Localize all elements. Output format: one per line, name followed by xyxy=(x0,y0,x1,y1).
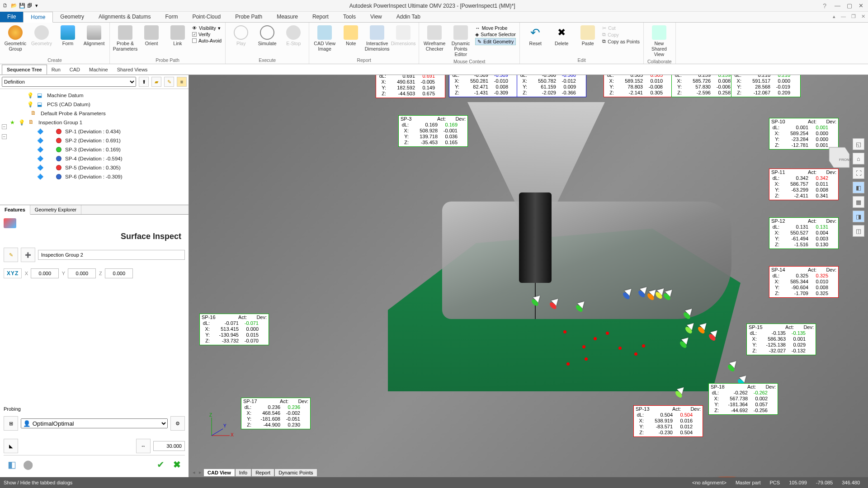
tree-node[interactable]: ★💡 🗎Inspection Group 1 xyxy=(1,118,188,127)
view-tab-cad[interactable]: CAD View xyxy=(203,469,235,476)
tree-leaf[interactable]: 🔷SP-1 (Deviation : 0.434) xyxy=(1,127,188,136)
view-tab-prev[interactable]: ◂ xyxy=(191,469,197,476)
distance-input[interactable] xyxy=(153,441,185,451)
edit-group-button[interactable]: ✎ xyxy=(4,248,18,262)
cad-view-image-button[interactable]: CAD View Image xyxy=(313,24,336,52)
tab-sequence-tree[interactable]: Sequence Tree xyxy=(2,65,47,75)
tree-leaf[interactable]: 🔷SP-5 (Deviation : 0.305) xyxy=(1,163,188,172)
tab-alignments[interactable]: Alignments & Datums xyxy=(91,12,158,22)
toggle-panel-button[interactable]: ◧ xyxy=(5,458,18,471)
tree-leaf[interactable]: 🔷SP-4 (Deviation : -0.594) xyxy=(1,154,188,163)
new-icon[interactable]: 🗋 xyxy=(3,3,9,9)
paste-button[interactable]: Paste xyxy=(576,24,599,47)
alignment-button[interactable]: Alignment xyxy=(82,24,106,47)
save-icon[interactable]: 💾 xyxy=(19,3,25,9)
z-input[interactable] xyxy=(105,268,133,278)
tab-machine[interactable]: Machine xyxy=(85,65,113,74)
group-name-input[interactable] xyxy=(38,250,185,260)
list-button[interactable]: ≡ xyxy=(177,77,187,87)
view-home-button[interactable]: ⌂ xyxy=(853,153,864,164)
callout-sp-16[interactable]: SP-16Act:Dev:dL:-0.071-0.071X:513.4150.0… xyxy=(199,314,269,345)
probe-params-button[interactable]: Probe & Parameters xyxy=(113,24,137,52)
delete-button[interactable]: ✖Delete xyxy=(550,24,573,47)
tab-run[interactable]: Run xyxy=(47,65,65,74)
verify-checkbox[interactable]: ✓Verify xyxy=(192,32,222,37)
view-tab-next[interactable]: ▸ xyxy=(197,469,203,476)
tab-geometry-explorer[interactable]: Geometry Explorer xyxy=(30,205,81,214)
tree-leaf[interactable]: 🔷SP-2 (Deviation : 0.691) xyxy=(1,136,188,145)
callout-sp-3[interactable]: SP-3Act:Dev:dL:0.1690.169X:508.928-0.001… xyxy=(398,115,468,147)
probing-settings-button[interactable]: ⚙ xyxy=(170,416,185,431)
callout-sp-5[interactable]: SP-5Act:Dev:dL:0.3050.305X:589.1520.010Y… xyxy=(604,75,673,97)
probing-icon-button[interactable]: ⊞ xyxy=(4,416,18,431)
view-shaded-button[interactable]: ◧ xyxy=(853,182,864,193)
callout-sp-7[interactable]: SP-7Act:Dev:dL:-0.366-0.366X:550.782-0.0… xyxy=(517,75,586,97)
ribbon-minimize-icon[interactable]: ▴ xyxy=(830,12,838,22)
callout-sp-12[interactable]: SP-12Act:Dev:dL:0.1310.131X:550.5270.004… xyxy=(769,217,839,249)
view-transparent-button[interactable]: ◨ xyxy=(853,211,864,222)
edit-button[interactable]: ✎ xyxy=(164,77,174,87)
orient-button[interactable]: Orient xyxy=(140,24,163,47)
tab-addin[interactable]: Addin Tab xyxy=(389,12,428,22)
callout-sp-9[interactable]: SP-9Act:Dev:dL:0.2100.210X:591.5170.000Y… xyxy=(731,75,801,97)
y-input[interactable] xyxy=(68,268,96,278)
file-tab[interactable]: File xyxy=(0,12,23,22)
cad-viewport[interactable]: SP-2Act:Dev:dL:0.6910.691X:490.631-0.005… xyxy=(189,75,868,477)
callout-sp-8[interactable]: SP-8Act:Dev:dL:0.2590.259X:585.7260.008Y… xyxy=(671,75,741,97)
xyz-button[interactable]: XYZ xyxy=(4,268,22,278)
confirm-button[interactable]: ✔ xyxy=(154,458,167,471)
help-icon[interactable]: ? xyxy=(823,2,835,9)
view-cube[interactable]: FRONT xyxy=(820,143,852,174)
view-section-button[interactable]: ◫ xyxy=(853,225,864,237)
callout-sp-15[interactable]: SP-15Act:Dev:dL:-0.135-0.135X:586.3630.0… xyxy=(746,324,816,355)
view-wire-button[interactable]: ▦ xyxy=(853,196,864,208)
view-tab-dynamic-points[interactable]: Dynamic Points xyxy=(274,469,317,476)
copy-as-points-button[interactable]: ⧉ Copy as Points xyxy=(602,38,640,44)
tab-probe-path[interactable]: Probe Path xyxy=(228,12,269,22)
auto-avoid-checkbox[interactable]: Auto-Avoid xyxy=(192,38,222,43)
minimize-button[interactable]: — xyxy=(835,2,840,9)
callout-sp-18[interactable]: SP-18Act:Dev:dL:-0.262-0.262X:567.7380.0… xyxy=(708,383,778,415)
callout-sp-6[interactable]: SP-6Act:Dev:dL:-0.309-0.309X:550.281-0.0… xyxy=(449,75,519,97)
tab-form[interactable]: Form xyxy=(158,12,185,22)
tab-report[interactable]: Report xyxy=(305,12,336,22)
simulate-button[interactable]: Simulate xyxy=(255,24,279,47)
callout-sp-2[interactable]: SP-2Act:Dev:dL:0.6910.691X:490.631-0.005… xyxy=(376,75,445,98)
tab-home[interactable]: Home xyxy=(23,12,53,23)
visibility-toggle[interactable]: 👁 Visibility ▾ xyxy=(192,25,222,31)
callout-sp-14[interactable]: SP-14Act:Dev:dL:0.3250.325X:585.3440.010… xyxy=(769,266,839,298)
angle-button[interactable]: ◣ xyxy=(4,439,18,453)
tab-measure[interactable]: Measure xyxy=(269,12,305,22)
callout-sp-13[interactable]: SP-13Act:Dev:dL:0.5040.504X:538.9190.016… xyxy=(633,405,703,437)
open-icon[interactable]: 📂 xyxy=(11,3,17,9)
reset-button[interactable]: ↶Reset xyxy=(524,24,547,47)
sequence-tree[interactable]: − − 💡 ⬓Machine Datum 💡 ⬓PCS (CAD Datum) … xyxy=(0,89,189,205)
new-shared-view-button[interactable]: New Shared View xyxy=(647,24,671,58)
view-tab-report[interactable]: Report xyxy=(251,469,274,476)
add-group-button[interactable]: ➕ xyxy=(21,248,35,262)
geometric-group-button[interactable]: Geometric Group xyxy=(4,24,27,52)
move-probe-button[interactable]: ↔ Move Probe xyxy=(475,25,516,31)
highlight-button[interactable]: ▰ xyxy=(151,77,161,87)
view-tab-info[interactable]: Info xyxy=(235,469,251,476)
edit-geometry-button[interactable]: ✎ Edit Geometry xyxy=(475,38,516,45)
view-fit-button[interactable]: ⛶ xyxy=(853,167,864,179)
child-restore-button[interactable]: ❐ xyxy=(849,12,859,22)
callout-sp-17[interactable]: SP-17Act:Dev:dL:0.2360.236X:468.546-0.00… xyxy=(241,398,311,429)
tab-cad[interactable]: CAD xyxy=(65,65,85,74)
close-button[interactable]: ✕ xyxy=(859,2,863,9)
tree-node[interactable]: 💡 ⬓PCS (CAD Datum) xyxy=(1,100,188,109)
move-up-button[interactable]: ⬆ xyxy=(139,77,149,87)
form-button[interactable]: Form xyxy=(56,24,80,47)
dropdown-icon[interactable]: ▾ xyxy=(35,3,42,9)
tree-leaf[interactable]: 🔷SP-6 (Deviation : -0.309) xyxy=(1,172,188,181)
record-button[interactable]: ⬤ xyxy=(22,458,34,471)
tab-features[interactable]: Features xyxy=(0,205,30,215)
tab-pointcloud[interactable]: Point-Cloud xyxy=(185,12,228,22)
tab-view[interactable]: View xyxy=(363,12,389,22)
child-minimize-button[interactable]: — xyxy=(838,12,849,22)
view-iso-button[interactable]: ◱ xyxy=(853,138,864,150)
cancel-button[interactable]: ✖ xyxy=(170,458,183,471)
save-all-icon[interactable]: 🗐 xyxy=(27,3,33,9)
tree-node[interactable]: 🗎Default Probe & Parameters xyxy=(1,109,188,118)
